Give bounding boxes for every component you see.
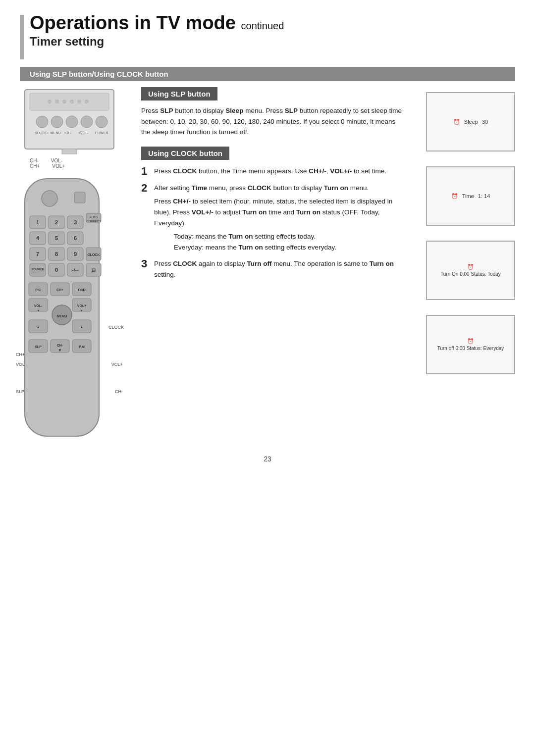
remote-clock-label: CLOCK (108, 325, 124, 330)
svg-text:6: 6 (74, 235, 77, 241)
svg-point-11 (81, 116, 93, 128)
svg-text:POWER: POWER (95, 131, 108, 135)
svg-point-12 (96, 116, 107, 128)
sub-title: Timer setting (30, 35, 284, 49)
screen-time-label: Time (462, 193, 474, 199)
screen-sleep: ⏰ Sleep 30 (426, 92, 515, 151)
svg-text:◄: ◄ (37, 309, 40, 312)
remote-slp-label: SLP (16, 389, 24, 394)
svg-text:SOURCE: SOURCE (35, 131, 50, 135)
svg-rect-21 (74, 192, 85, 203)
svg-text:P.M: P.M (79, 345, 85, 349)
slp-text: Press SLP button to display Sleep menu. … (141, 105, 404, 138)
svg-text:2: 2 (55, 219, 58, 225)
section-bar: Using SLP button/Using CLOCK button (20, 67, 515, 81)
step-1-number: 1 (141, 166, 149, 177)
screen-turn-on: ⏰ Turn On 0:00 Status: Today (426, 241, 515, 300)
svg-text:CLOCK: CLOCK (88, 253, 100, 256)
tv-vol-minus-label: VOL- (51, 158, 62, 163)
svg-point-4 (62, 100, 66, 103)
middle-column: Using SLP button Press SLP button to dis… (134, 87, 411, 440)
step-3-number: 3 (141, 258, 149, 269)
svg-text:4: 4 (36, 235, 40, 241)
screen-turn-on-label: Turn On 0:00 Status: Today (440, 271, 501, 277)
svg-text:CH+: CH+ (56, 288, 63, 292)
svg-text:MENU: MENU (57, 314, 67, 318)
svg-text:VOL+: VOL+ (77, 304, 86, 307)
svg-text:CORRECT: CORRECT (86, 220, 101, 223)
svg-text:VOL-: VOL- (34, 304, 43, 307)
svg-text:⊟: ⊟ (92, 267, 96, 273)
screen-time-icon: ⏰ (451, 193, 458, 200)
svg-point-2 (48, 100, 52, 103)
remote-ch-minus-label: CH- (115, 389, 123, 394)
screen-sleep-value: 30 (482, 119, 488, 125)
remote-vol-label: VOL (16, 362, 25, 367)
svg-text:AUTO: AUTO (90, 216, 98, 219)
svg-text:+CH-: +CH- (63, 131, 72, 135)
remote-wrapper: CH+ VOL SLP VOL+ CH- CLOCK 1 (15, 176, 124, 440)
screen-turn-off-label: Turn off 0:00 Status: Everyday (437, 346, 504, 351)
screen-turn-off-icon: ⏰ (467, 338, 474, 345)
svg-text:9: 9 (74, 251, 77, 257)
svg-text:PIC: PIC (35, 288, 41, 292)
screen-time: ⏰ Time 1: 14 (426, 166, 515, 226)
screen-turn-on-icon: ⏰ (467, 264, 474, 270)
step-2-number: 2 (141, 183, 149, 194)
screen-turn-off: ⏰ Turn off 0:00 Status: Everyday (426, 315, 515, 374)
svg-text:OSD: OSD (78, 288, 85, 292)
page-container: Operations in TV mode continued Timer se… (0, 0, 535, 756)
remote-svg: 1 2 3 AUTO CORRECT 4 5 6 (15, 176, 109, 439)
screen-sleep-icon: ⏰ (453, 119, 460, 125)
screen-time-value: 1: 14 (478, 193, 490, 199)
left-column: SOURCE MENU +CH- +VOL- POWER CH- VOL- CH… (15, 87, 124, 440)
svg-point-5 (70, 100, 74, 103)
step-2-content: After setting Time menu, press CLOCK but… (154, 183, 404, 253)
svg-text:►: ► (80, 309, 83, 312)
svg-point-8 (36, 116, 48, 128)
svg-text:+VOL-: +VOL- (78, 131, 89, 135)
svg-point-6 (77, 100, 81, 103)
svg-rect-1 (30, 93, 109, 110)
right-column: ⏰ Sleep 30 ⏰ Time 1: 14 ⏰ Turn On 0:00 S… (421, 87, 520, 440)
svg-point-7 (85, 100, 89, 103)
step-3-text: Press CLOCK again to display Turn off me… (154, 258, 404, 280)
tv-device-illustration: SOURCE MENU +CH- +VOL- POWER CH- VOL- CH… (20, 87, 119, 169)
svg-point-3 (55, 100, 59, 103)
clock-heading: Using CLOCK button (141, 147, 229, 160)
screen-sleep-label: Sleep (464, 119, 478, 125)
svg-point-9 (51, 116, 63, 128)
clock-section: Using CLOCK button 1 Press CLOCK button,… (141, 147, 404, 280)
svg-text:▲: ▲ (37, 325, 40, 329)
svg-text:8: 8 (55, 251, 58, 257)
svg-text:SLP: SLP (35, 345, 42, 349)
svg-point-20 (42, 191, 57, 206)
svg-point-10 (66, 116, 78, 128)
svg-text:SOURCE: SOURCE (31, 268, 44, 271)
page-number: 23 (0, 455, 535, 473)
step-3: 3 Press CLOCK again to display Turn off … (141, 258, 404, 280)
main-title: Operations in TV mode continued (30, 12, 284, 34)
tv-ch-plus-label: CH+ (30, 163, 40, 169)
svg-text:MENU: MENU (51, 131, 61, 135)
remote-ch-plus-label: CH+ (16, 352, 25, 357)
svg-text:CH-: CH- (57, 344, 63, 347)
tv-ch-minus-label: CH- (30, 158, 39, 163)
svg-text:5: 5 (55, 235, 58, 241)
svg-text:▼: ▼ (58, 348, 62, 353)
svg-text:7: 7 (36, 251, 39, 257)
tv-vol-plus-label: VOL+ (52, 163, 65, 169)
svg-text:▲: ▲ (80, 325, 84, 329)
svg-text:3: 3 (74, 219, 77, 225)
remote-vol-plus-label: VOL+ (111, 362, 123, 367)
step-1-text: Press CLOCK button, the Time menu appear… (154, 166, 386, 177)
svg-text:0: 0 (55, 267, 58, 273)
step-1: 1 Press CLOCK button, the Time menu appe… (141, 166, 404, 177)
svg-text:-/--: -/-- (72, 267, 79, 273)
tv-svg: SOURCE MENU +CH- +VOL- POWER (20, 87, 119, 159)
slp-heading: Using SLP button (141, 87, 217, 101)
slp-section: Using SLP button Press SLP button to dis… (141, 87, 404, 138)
svg-rect-18 (62, 149, 77, 154)
step-2: 2 After setting Time menu, press CLOCK b… (141, 183, 404, 253)
svg-text:1: 1 (36, 219, 39, 225)
